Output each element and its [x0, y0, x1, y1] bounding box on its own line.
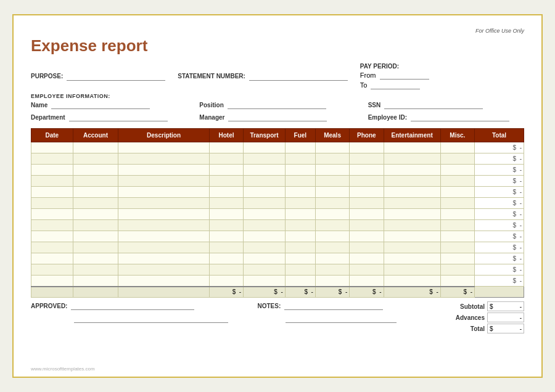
table-cell[interactable] — [209, 242, 243, 253]
table-cell[interactable] — [350, 220, 384, 231]
table-cell[interactable] — [118, 242, 210, 253]
table-cell[interactable] — [384, 231, 440, 242]
table-cell[interactable] — [209, 209, 243, 220]
table-cell[interactable] — [73, 165, 118, 176]
table-cell[interactable] — [73, 231, 118, 242]
table-cell[interactable] — [31, 187, 73, 198]
table-row[interactable]: $ - — [31, 187, 524, 198]
table-cell[interactable] — [350, 209, 384, 220]
department-input[interactable] — [69, 113, 168, 121]
table-cell[interactable] — [440, 198, 474, 209]
table-cell[interactable] — [244, 242, 286, 253]
table-cell[interactable] — [440, 142, 474, 153]
manager-input[interactable] — [228, 113, 327, 121]
table-cell[interactable] — [315, 142, 349, 153]
table-cell[interactable] — [244, 198, 286, 209]
table-cell[interactable] — [440, 264, 474, 276]
table-cell[interactable] — [350, 165, 384, 176]
purpose-input[interactable] — [67, 72, 165, 81]
table-cell[interactable] — [315, 176, 349, 187]
table-cell[interactable] — [315, 209, 349, 220]
table-cell[interactable] — [118, 165, 210, 176]
table-row[interactable]: $ - — [31, 209, 524, 220]
table-cell[interactable] — [118, 187, 210, 198]
table-cell[interactable] — [209, 153, 243, 165]
table-cell[interactable] — [315, 187, 349, 198]
table-row[interactable]: $ - — [31, 220, 524, 231]
table-cell[interactable] — [118, 209, 210, 220]
approved-input[interactable] — [71, 301, 194, 310]
table-cell[interactable] — [350, 176, 384, 187]
table-cell[interactable] — [440, 176, 474, 187]
table-cell[interactable] — [209, 220, 243, 231]
table-cell[interactable] — [350, 198, 384, 209]
table-cell[interactable] — [384, 198, 440, 209]
table-row[interactable]: $ - — [31, 242, 524, 253]
table-cell[interactable] — [209, 231, 243, 242]
table-cell[interactable] — [315, 220, 349, 231]
table-cell[interactable] — [315, 253, 349, 264]
table-cell[interactable] — [118, 176, 210, 187]
table-cell[interactable] — [209, 198, 243, 209]
table-cell[interactable] — [285, 165, 315, 176]
table-row[interactable]: $ - — [31, 276, 524, 287]
table-cell[interactable] — [315, 276, 349, 287]
table-cell[interactable] — [31, 176, 73, 187]
table-cell[interactable] — [315, 231, 349, 242]
table-cell[interactable] — [285, 264, 315, 276]
name-input[interactable] — [51, 100, 150, 109]
table-cell[interactable] — [350, 142, 384, 153]
table-cell[interactable] — [384, 165, 440, 176]
table-cell[interactable] — [384, 209, 440, 220]
table-cell[interactable] — [244, 264, 286, 276]
table-cell[interactable] — [244, 253, 286, 264]
table-cell[interactable] — [384, 253, 440, 264]
table-cell[interactable] — [118, 220, 210, 231]
table-cell[interactable] — [350, 264, 384, 276]
table-cell[interactable] — [73, 176, 118, 187]
table-cell[interactable] — [31, 253, 73, 264]
table-cell[interactable] — [384, 264, 440, 276]
table-cell[interactable] — [209, 187, 243, 198]
table-cell[interactable] — [118, 142, 210, 153]
table-cell[interactable] — [315, 198, 349, 209]
table-cell[interactable] — [73, 153, 118, 165]
table-cell[interactable] — [350, 276, 384, 287]
table-cell[interactable] — [440, 276, 474, 287]
table-cell[interactable] — [73, 187, 118, 198]
table-cell[interactable] — [350, 187, 384, 198]
table-cell[interactable] — [440, 231, 474, 242]
ssn-input[interactable] — [384, 100, 483, 109]
table-cell[interactable] — [315, 264, 349, 276]
table-row[interactable]: $ - — [31, 153, 524, 165]
table-cell[interactable] — [384, 220, 440, 231]
table-cell[interactable] — [350, 253, 384, 264]
table-cell[interactable] — [31, 220, 73, 231]
table-cell[interactable] — [31, 264, 73, 276]
table-cell[interactable] — [31, 198, 73, 209]
table-cell[interactable] — [118, 276, 210, 287]
table-cell[interactable] — [209, 253, 243, 264]
table-cell[interactable] — [285, 242, 315, 253]
table-cell[interactable] — [73, 220, 118, 231]
table-row[interactable]: $ - — [31, 165, 524, 176]
table-cell[interactable] — [285, 209, 315, 220]
table-row[interactable]: $ - — [31, 198, 524, 209]
table-cell[interactable] — [285, 142, 315, 153]
table-cell[interactable] — [440, 242, 474, 253]
table-cell[interactable] — [350, 153, 384, 165]
table-cell[interactable] — [285, 198, 315, 209]
table-cell[interactable] — [244, 220, 286, 231]
table-cell[interactable] — [244, 153, 286, 165]
table-cell[interactable] — [285, 253, 315, 264]
table-cell[interactable] — [440, 209, 474, 220]
table-cell[interactable] — [384, 176, 440, 187]
employee-id-input[interactable] — [411, 113, 509, 121]
table-cell[interactable] — [285, 176, 315, 187]
table-cell[interactable] — [118, 231, 210, 242]
table-cell[interactable] — [209, 276, 243, 287]
table-cell[interactable] — [73, 253, 118, 264]
table-cell[interactable] — [209, 176, 243, 187]
table-cell[interactable] — [440, 187, 474, 198]
table-cell[interactable] — [285, 220, 315, 231]
